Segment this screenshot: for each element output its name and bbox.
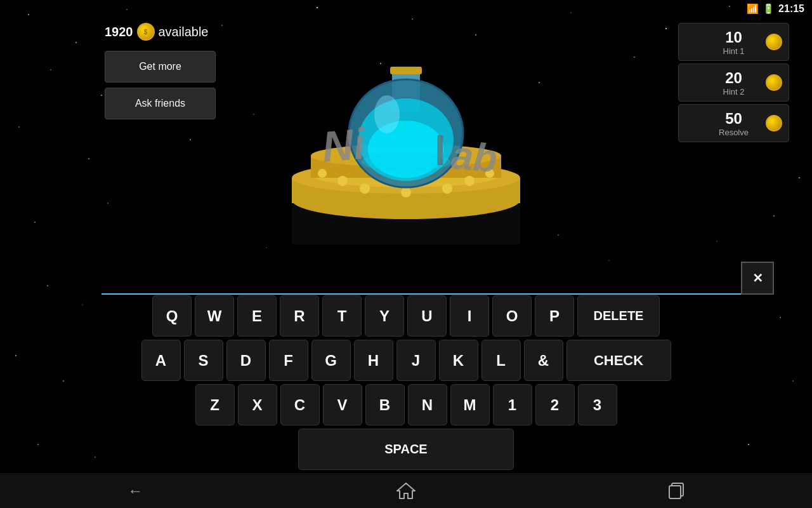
hint2-label: Hint 2 bbox=[723, 87, 745, 97]
svg-point-24 bbox=[107, 203, 108, 204]
svg-point-32 bbox=[780, 317, 781, 318]
hint2-button[interactable]: 20 Hint 2 bbox=[678, 64, 789, 102]
svg-point-50 bbox=[401, 187, 411, 197]
nav-back-button[interactable]: ← bbox=[116, 478, 154, 504]
key-q[interactable]: Q bbox=[152, 295, 192, 337]
svg-point-28 bbox=[82, 304, 83, 305]
svg-point-40 bbox=[716, 241, 717, 242]
keyboard-row-3: Z X C V B N M 1 2 3 bbox=[102, 384, 710, 425]
keyboard-row-1: Q W E R T Y U I O P DELETE bbox=[102, 295, 710, 337]
svg-point-33 bbox=[792, 380, 794, 382]
coin-icon: $ bbox=[137, 23, 155, 41]
key-b[interactable]: B bbox=[365, 384, 405, 425]
key-t[interactable]: T bbox=[322, 295, 362, 337]
resolve-coin-icon bbox=[766, 115, 782, 131]
svg-point-26 bbox=[799, 177, 800, 178]
svg-point-35 bbox=[95, 457, 96, 458]
svg-text:Ni: Ni bbox=[320, 119, 369, 171]
key-ampersand[interactable]: & bbox=[524, 340, 563, 381]
svg-point-34 bbox=[37, 444, 39, 445]
key-p[interactable]: P bbox=[535, 295, 574, 337]
key-x[interactable]: X bbox=[238, 384, 277, 425]
key-k[interactable]: K bbox=[439, 340, 478, 381]
svg-point-8 bbox=[570, 12, 572, 13]
svg-point-23 bbox=[34, 222, 36, 223]
status-time: 21:15 bbox=[778, 3, 804, 15]
hint-area: 10 Hint 1 20 Hint 2 50 Resolve bbox=[678, 23, 789, 142]
key-l[interactable]: L bbox=[481, 340, 521, 381]
key-3[interactable]: 3 bbox=[578, 384, 617, 425]
keyboard-row-2: A S D F G H J K L & CHECK bbox=[102, 340, 710, 381]
key-y[interactable]: Y bbox=[365, 295, 404, 337]
key-v[interactable]: V bbox=[323, 384, 362, 425]
key-j[interactable]: J bbox=[396, 340, 436, 381]
svg-marker-66 bbox=[397, 483, 415, 498]
svg-point-18 bbox=[18, 126, 20, 128]
key-w[interactable]: W bbox=[195, 295, 234, 337]
hint1-label: Hint 1 bbox=[723, 46, 745, 56]
resolve-button[interactable]: 50 Resolve bbox=[678, 104, 789, 142]
action-buttons: Get more Ask friends bbox=[105, 51, 216, 119]
get-more-button[interactable]: Get more bbox=[105, 51, 216, 83]
key-e[interactable]: E bbox=[237, 295, 277, 337]
nav-recent-button[interactable] bbox=[658, 478, 696, 504]
svg-point-4 bbox=[221, 25, 223, 26]
key-space[interactable]: SPACE bbox=[298, 429, 514, 470]
key-a[interactable]: A bbox=[141, 340, 181, 381]
ask-friends-button[interactable]: Ask friends bbox=[105, 88, 216, 119]
key-c[interactable]: C bbox=[280, 384, 320, 425]
key-d[interactable]: D bbox=[226, 340, 266, 381]
svg-point-19 bbox=[88, 158, 89, 159]
coins-label: available bbox=[159, 25, 209, 39]
svg-point-49 bbox=[360, 184, 370, 194]
hint1-button[interactable]: 10 Hint 1 bbox=[678, 23, 789, 61]
wifi-icon: 📶 bbox=[747, 3, 759, 15]
status-bar: 📶 🔋 21:15 bbox=[685, 0, 812, 18]
svg-text:ab: ab bbox=[450, 133, 499, 180]
recent-icon bbox=[668, 482, 686, 500]
key-n[interactable]: N bbox=[408, 384, 447, 425]
svg-point-1 bbox=[28, 14, 29, 15]
key-delete[interactable]: DELETE bbox=[577, 295, 660, 337]
key-z[interactable]: Z bbox=[195, 384, 235, 425]
clear-button[interactable]: ✕ bbox=[741, 262, 774, 295]
svg-point-31 bbox=[63, 380, 64, 382]
key-o[interactable]: O bbox=[492, 295, 532, 337]
svg-point-12 bbox=[101, 95, 102, 96]
svg-point-36 bbox=[748, 444, 749, 445]
svg-point-60 bbox=[374, 95, 400, 133]
svg-point-27 bbox=[47, 285, 48, 286]
svg-rect-68 bbox=[669, 486, 681, 498]
svg-point-25 bbox=[773, 215, 775, 217]
battery-icon: 🔋 bbox=[763, 3, 775, 15]
nav-home-button[interactable] bbox=[387, 478, 425, 504]
key-2[interactable]: 2 bbox=[535, 384, 575, 425]
key-check[interactable]: CHECK bbox=[566, 340, 671, 381]
key-f[interactable]: F bbox=[269, 340, 308, 381]
keyboard: Q W E R T Y U I O P DELETE A S D F G H J… bbox=[102, 295, 710, 473]
resolve-label: Resolve bbox=[719, 128, 749, 137]
back-icon: ← bbox=[128, 482, 143, 500]
key-h[interactable]: H bbox=[354, 340, 393, 381]
hint1-cost: 10 bbox=[725, 29, 742, 46]
hint2-cost: 20 bbox=[725, 69, 742, 87]
svg-point-2 bbox=[75, 42, 77, 43]
key-g[interactable]: G bbox=[311, 340, 351, 381]
key-1[interactable]: 1 bbox=[493, 384, 532, 425]
svg-point-3 bbox=[126, 9, 128, 10]
key-u[interactable]: U bbox=[407, 295, 447, 337]
key-m[interactable]: M bbox=[450, 384, 490, 425]
svg-point-16 bbox=[634, 57, 635, 58]
key-r[interactable]: R bbox=[280, 295, 319, 337]
key-s[interactable]: S bbox=[184, 340, 223, 381]
hint2-coin-icon bbox=[766, 74, 782, 91]
svg-point-30 bbox=[15, 355, 16, 356]
key-i[interactable]: I bbox=[450, 295, 489, 337]
svg-point-9 bbox=[665, 28, 667, 29]
answer-input[interactable] bbox=[102, 262, 741, 295]
keyboard-row-4: SPACE bbox=[102, 429, 710, 470]
bottom-nav: ← bbox=[0, 473, 812, 508]
svg-point-20 bbox=[190, 139, 191, 140]
svg-text:l: l bbox=[435, 128, 446, 174]
lab-scene-container: Ni ab l bbox=[247, 13, 565, 260]
